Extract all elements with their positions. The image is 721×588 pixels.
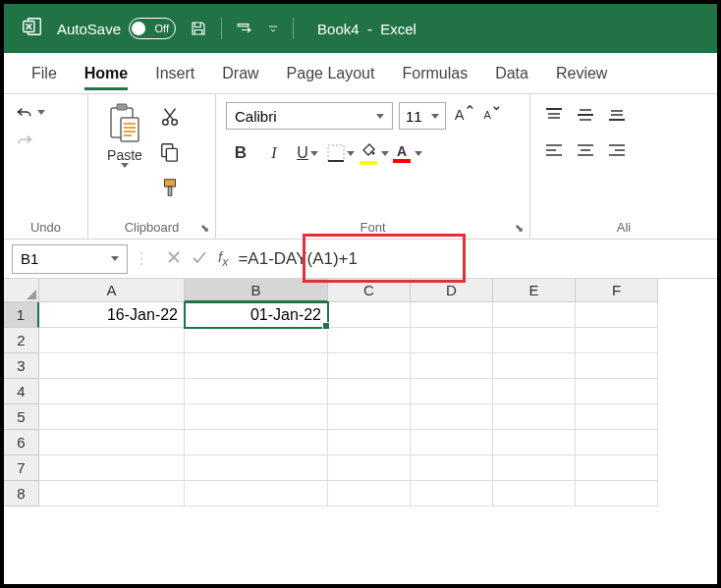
align-center-button[interactable]	[572, 137, 599, 163]
cell[interactable]	[185, 328, 328, 353]
cell[interactable]	[185, 404, 328, 430]
column-header[interactable]: B	[185, 279, 328, 302]
tab-review[interactable]: Review	[556, 57, 607, 90]
autosave-switch[interactable]: Off	[129, 18, 176, 39]
select-all-corner[interactable]	[4, 279, 39, 302]
redo-button[interactable]	[14, 130, 45, 149]
cell[interactable]	[39, 379, 185, 404]
format-painter-button[interactable]	[159, 177, 181, 202]
cell[interactable]	[411, 379, 493, 404]
row-header[interactable]: 7	[4, 455, 39, 481]
cell[interactable]	[493, 379, 576, 404]
cell[interactable]	[185, 455, 328, 481]
column-header[interactable]: C	[328, 279, 411, 302]
decrease-font-button[interactable]: A	[479, 103, 501, 129]
tab-insert[interactable]: Insert	[155, 57, 194, 90]
cell[interactable]	[328, 481, 411, 507]
cell[interactable]	[411, 455, 493, 481]
row-header[interactable]: 3	[4, 353, 39, 379]
name-box[interactable]: B1	[12, 244, 128, 274]
cell[interactable]: 16-Jan-22	[39, 302, 185, 328]
italic-button[interactable]: I	[259, 139, 289, 167]
cell[interactable]	[411, 481, 493, 507]
cell[interactable]	[328, 379, 411, 404]
bold-button[interactable]: B	[226, 139, 255, 167]
cell[interactable]	[493, 455, 576, 481]
underline-button[interactable]: U	[293, 139, 322, 167]
fill-color-button[interactable]	[360, 139, 389, 167]
cell[interactable]	[39, 430, 185, 455]
cell[interactable]	[411, 328, 493, 353]
row-header[interactable]: 1	[4, 302, 39, 328]
save-button[interactable]	[190, 20, 207, 37]
cell[interactable]	[576, 328, 658, 353]
cell[interactable]	[328, 353, 411, 379]
cell[interactable]	[576, 481, 658, 507]
cell[interactable]	[328, 404, 411, 430]
align-bottom-button[interactable]	[603, 102, 631, 128]
formula-bar[interactable]: =A1-DAY(A1)+1	[238, 249, 358, 269]
cell[interactable]	[39, 455, 185, 481]
cell[interactable]	[328, 430, 411, 455]
cell[interactable]	[576, 455, 658, 481]
cell[interactable]	[39, 353, 185, 379]
cell[interactable]	[39, 404, 185, 430]
cell[interactable]	[411, 430, 493, 455]
align-top-button[interactable]	[540, 102, 568, 128]
copy-button[interactable]	[159, 141, 181, 167]
cell[interactable]	[576, 404, 658, 430]
cell[interactable]	[411, 302, 493, 328]
quick-access-button[interactable]	[236, 20, 253, 37]
cell[interactable]	[576, 302, 658, 328]
cut-button[interactable]	[159, 106, 181, 132]
align-right-button[interactable]	[603, 137, 631, 163]
cell[interactable]	[493, 404, 576, 430]
tab-draw[interactable]: Draw	[222, 57, 258, 90]
tab-page-layout[interactable]: Page Layout	[287, 57, 375, 90]
paste-button[interactable]: Paste	[98, 102, 151, 168]
font-name-select[interactable]: Calibri	[226, 102, 393, 130]
column-header[interactable]: D	[411, 279, 493, 302]
cell[interactable]	[328, 455, 411, 481]
cell[interactable]	[493, 430, 576, 455]
cell[interactable]	[328, 302, 411, 328]
cell[interactable]	[185, 481, 328, 507]
customize-qat-button[interactable]	[267, 20, 279, 37]
column-header[interactable]: F	[576, 279, 658, 302]
cell[interactable]	[185, 379, 328, 404]
cell[interactable]	[576, 430, 658, 455]
column-header[interactable]: A	[39, 279, 185, 302]
cell[interactable]	[576, 353, 658, 379]
cell[interactable]	[39, 328, 185, 353]
cell[interactable]	[493, 353, 576, 379]
cell[interactable]	[185, 353, 328, 379]
tab-file[interactable]: File	[31, 57, 57, 90]
enter-formula-button[interactable]	[191, 248, 208, 270]
tab-data[interactable]: Data	[495, 57, 528, 90]
column-header[interactable]: E	[493, 279, 576, 302]
cell[interactable]	[328, 328, 411, 353]
cell[interactable]	[39, 481, 185, 507]
row-header[interactable]: 6	[4, 430, 39, 455]
clipboard-launcher-icon[interactable]: ⬊	[200, 222, 209, 235]
cell[interactable]: 01-Jan-22	[185, 302, 328, 328]
cell[interactable]	[185, 430, 328, 455]
font-size-select[interactable]: 11	[399, 102, 446, 130]
font-launcher-icon[interactable]: ⬊	[515, 222, 524, 235]
align-middle-button[interactable]	[572, 102, 599, 128]
autosave-toggle[interactable]: AutoSave Off	[57, 18, 176, 39]
cell[interactable]	[493, 481, 576, 507]
undo-button[interactable]	[14, 102, 45, 122]
borders-button[interactable]	[326, 139, 356, 167]
cancel-formula-button[interactable]	[165, 248, 183, 270]
row-header[interactable]: 2	[4, 328, 39, 353]
cell[interactable]	[411, 404, 493, 430]
tab-formulas[interactable]: Formulas	[402, 57, 468, 90]
cell[interactable]	[493, 302, 576, 328]
cell[interactable]	[411, 353, 493, 379]
row-header[interactable]: 4	[4, 379, 39, 404]
cell[interactable]	[493, 328, 576, 353]
font-color-button[interactable]: A	[393, 139, 422, 167]
cell[interactable]	[576, 379, 658, 404]
align-left-button[interactable]	[540, 137, 568, 163]
